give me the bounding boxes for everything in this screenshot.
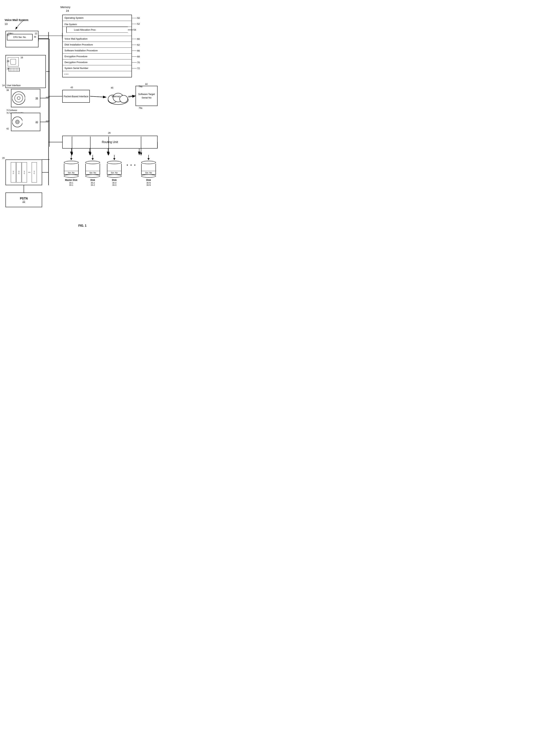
- drive-36: 36: [11, 89, 40, 107]
- disk-2-label: Disk: [90, 178, 95, 182]
- packet-num: 43: [71, 86, 73, 89]
- disk-1-body: Ser. No: [64, 164, 79, 175]
- routing-unit-label: Routing Unit: [102, 141, 118, 144]
- disk-group: Ser. No Master Disk 30-1 34-1 Ser. No Di…: [60, 155, 159, 186]
- num-18: 18: [7, 60, 9, 63]
- disk-1-num-top: 30-1: [69, 182, 73, 184]
- disk-3: Ser. No Disk 30-3 34-3: [105, 155, 124, 186]
- disk-n-label: Disk: [146, 178, 151, 182]
- fig-caption: FIG. 1: [79, 224, 86, 227]
- sw-target-76a: 76a: [139, 107, 142, 109]
- memory-row-dec: Decryption Procedure 70: [63, 59, 132, 65]
- pstn-box: PSTN 22: [6, 193, 42, 207]
- disk-1-label: Master Disk: [65, 178, 77, 182]
- disk-3-top: [107, 161, 122, 164]
- pstn-label: PSTN: [20, 197, 28, 200]
- routing-unit-box: Routing Unit: [62, 136, 158, 149]
- routing-num: 26: [108, 132, 110, 134]
- memory-row-sip: Software Installation Procedure 66: [63, 48, 132, 53]
- disk-n-bottom: [141, 174, 156, 178]
- disk-3-body: Ser. No: [107, 164, 122, 175]
- internet-label: Internet: [112, 95, 120, 98]
- disk-1-num-bot: 34-1: [69, 184, 73, 186]
- disk-2-bottom: [85, 174, 100, 178]
- disk-3-bottom: [107, 174, 122, 178]
- vc-card-1: VC: [11, 162, 16, 182]
- disk-n-num-bot: 34-N: [146, 184, 151, 186]
- svg-line-55: [90, 96, 106, 97]
- vc-card-2: VC: [16, 162, 22, 182]
- sw74-label: 74 Software: [6, 109, 17, 111]
- memory-row-spacer: [63, 32, 132, 36]
- disk-2-top: [85, 161, 100, 164]
- svg-marker-35: [70, 158, 72, 160]
- pstn-num: 22: [23, 200, 25, 203]
- svg-marker-39: [113, 158, 115, 160]
- svg-point-29: [17, 121, 18, 123]
- memory-row-ssn: System Serial Number 72: [63, 65, 132, 71]
- internet-cloud: Internet: [106, 90, 128, 104]
- disk-n-num-top: 30-N: [146, 182, 151, 184]
- vc-group: VC VC VC ··· VC: [6, 159, 42, 185]
- svg-point-26: [17, 96, 20, 99]
- sw-target-text: Software Target Serial No: [136, 93, 157, 99]
- num-16: 16: [21, 56, 23, 59]
- memory-row-os: Operating System 50: [63, 15, 132, 21]
- svg-marker-41: [147, 158, 150, 160]
- cpu-serial-label: CPU Ser. No.: [13, 36, 27, 38]
- drive-36-label: 36: [35, 97, 38, 99]
- sw-target-44: 44: [145, 83, 147, 86]
- disk-3-num-top: 30-3: [112, 182, 116, 184]
- memory-row-dots: • • •: [63, 71, 132, 77]
- disk-3-label: Disk: [112, 178, 117, 182]
- svg-line-10: [90, 96, 106, 97]
- memory-label: Memory: [60, 6, 70, 9]
- cpu-ser-num: 13: [7, 34, 9, 36]
- disk-n-top: [141, 161, 156, 164]
- sw-target-box: Software Target Serial No: [135, 86, 158, 106]
- num-42: 42: [6, 127, 9, 130]
- disk-1: Ser. No Master Disk 30-1 34-1: [62, 155, 81, 186]
- disk-2: Ser. No Disk 30-2 34-2: [83, 155, 102, 186]
- ui-label: User Interface: [7, 84, 21, 87]
- disk-n-serial: Ser. No: [141, 171, 155, 174]
- disk-n: Ser. No Disk 30-N 34-N: [139, 155, 158, 186]
- memory-row-fs: File System 52: [63, 21, 132, 27]
- disk-3-serial: Ser. No: [107, 171, 121, 174]
- packet-interface-label: Packet-Based Interface: [64, 95, 88, 98]
- disk-dots: • • •: [127, 155, 136, 186]
- num-19: 19: [7, 67, 9, 70]
- num-38: 38: [6, 89, 9, 92]
- memory-num: 24: [66, 9, 69, 12]
- vc-dots: ···: [27, 171, 31, 174]
- memory-row-dip: Disk Installation Procedure 62: [63, 42, 132, 48]
- packet-interface-box: Packet-Based Interface: [62, 90, 90, 103]
- disk-1-top: [64, 161, 79, 164]
- cpu-num: 12: [35, 32, 37, 35]
- num-20: 20: [2, 157, 5, 159]
- num-14: 14: [2, 84, 5, 87]
- drive-40-label: 40: [35, 121, 38, 123]
- disk-1-bottom: [64, 174, 79, 178]
- sw-target-74a: 74a: [139, 85, 142, 88]
- disk-2-serial: Ser. No: [86, 171, 100, 174]
- disk-2-body: Ser. No: [85, 164, 100, 175]
- memory-row-enc: Encryption Procedure 68: [63, 53, 132, 59]
- vc-card-3: VC: [22, 162, 27, 182]
- cpu-serial-box: CPU Ser. No.: [7, 34, 32, 40]
- memory-block: Operating System 50 File System 52 Load …: [62, 15, 132, 77]
- disk-1-serial: Ser. No: [64, 171, 78, 174]
- drive-40: 40: [11, 113, 40, 131]
- memory-row-vma: Voice Mail Application 60: [63, 36, 132, 42]
- num-48: 48: [34, 36, 36, 38]
- vms-num: 10: [5, 22, 8, 26]
- disk-2-num-bot: 34-2: [91, 184, 95, 186]
- disk-2-num-top: 30-2: [91, 182, 95, 184]
- disk-n-body: Ser. No: [141, 164, 156, 175]
- svg-point-33: [120, 95, 128, 103]
- internet-num: 45: [111, 87, 113, 89]
- svg-marker-37: [91, 158, 94, 160]
- memory-row-load: Load Allocation Proc 54: [66, 27, 128, 32]
- disk-3-num-bot: 34-3: [112, 184, 116, 186]
- vc-card-n: VC: [32, 162, 37, 182]
